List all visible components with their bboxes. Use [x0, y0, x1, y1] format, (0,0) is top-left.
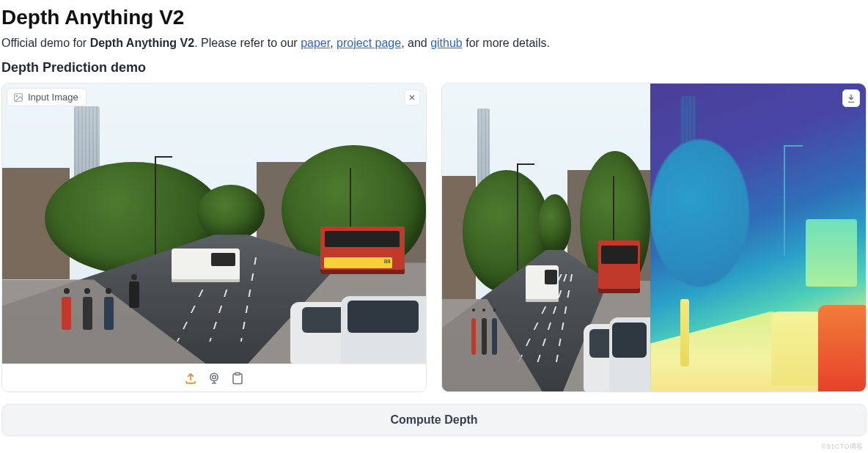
page-description: Official demo for Depth Anything V2. Ple… [1, 37, 867, 50]
watermark: ©51CTO博客 [822, 442, 864, 443]
output-depth-side [650, 84, 866, 391]
close-icon [408, 93, 416, 102]
desc-mid: . Please refer to our [194, 37, 301, 49]
desc-prefix: Official demo for [1, 37, 90, 49]
output-rgb-side [442, 84, 650, 391]
clipboard-button[interactable] [231, 372, 244, 385]
clear-image-button[interactable] [404, 89, 420, 106]
upload-button[interactable] [184, 372, 197, 385]
svg-rect-4 [235, 372, 240, 375]
bus-route-sign: 88 [324, 257, 391, 268]
desc-bold: Depth Anything V2 [90, 37, 195, 49]
upload-icon [184, 372, 197, 385]
input-toolbar [2, 364, 426, 391]
input-image-label: Input Image [7, 88, 87, 106]
desc-suffix: for more details. [463, 37, 550, 49]
desc-sep1: , [330, 37, 336, 49]
github-link[interactable]: github [430, 37, 463, 49]
webcam-button[interactable] [207, 372, 221, 385]
input-image-panel: Input Image [1, 83, 427, 392]
download-icon [846, 93, 856, 103]
compute-depth-button[interactable]: Compute Depth [1, 404, 867, 436]
paper-link[interactable]: paper [301, 37, 330, 49]
page-title: Depth Anything V2 [1, 6, 867, 29]
desc-sep2: , and [401, 37, 430, 49]
demo-subheading: Depth Prediction demo [1, 60, 867, 76]
input-image-area[interactable]: Input Image [2, 84, 426, 364]
output-slider[interactable] [442, 84, 866, 391]
svg-point-2 [210, 373, 218, 381]
svg-point-3 [213, 375, 216, 379]
project-page-link[interactable]: project page [336, 37, 401, 49]
input-image-label-text: Input Image [28, 92, 78, 103]
svg-point-1 [16, 95, 18, 97]
webcam-icon [207, 372, 221, 385]
street-scene-image: 88 [2, 84, 426, 364]
output-panel [441, 83, 867, 392]
clipboard-icon [231, 372, 244, 385]
download-button[interactable] [842, 89, 860, 107]
image-icon [13, 92, 23, 103]
